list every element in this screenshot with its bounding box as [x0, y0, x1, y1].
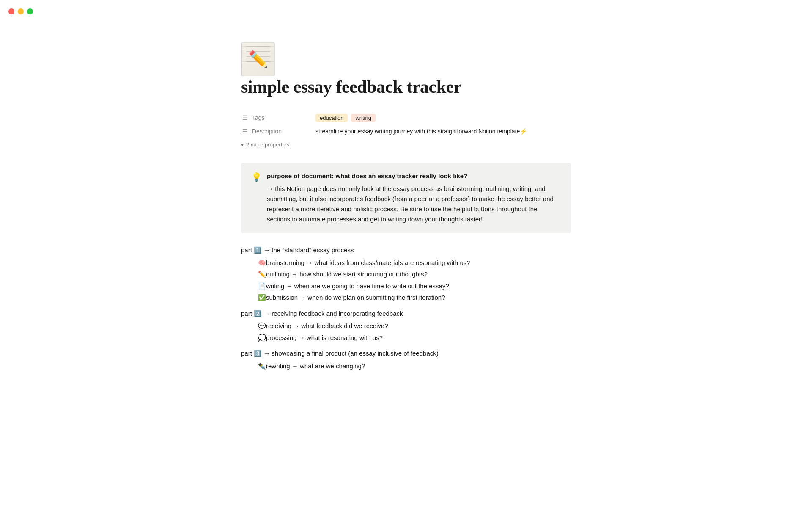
page-content: ✏️ simple essay feedback tracker ☰ Tags … — [216, 0, 596, 398]
traffic-light-red[interactable] — [8, 8, 14, 14]
lightbulb-icon: 💡 — [251, 172, 262, 182]
traffic-lights — [8, 8, 33, 14]
page-title: simple essay feedback tracker — [241, 76, 571, 97]
sub-item: 💬receiving → what feedback did we receiv… — [241, 320, 571, 331]
description-property-icon: ☰ — [241, 128, 249, 135]
sub-item: ✅submission → when do we plan on submitt… — [241, 292, 571, 303]
part-header: part 1️⃣ → the "standard" essay process — [241, 245, 571, 256]
tags-property-value: education writing — [315, 114, 376, 122]
sub-item: 💭processing → what is resonating with us… — [241, 332, 571, 343]
pencil-emoji: ✏️ — [248, 50, 268, 69]
sub-item: ✏️outlining → how should we start struct… — [241, 269, 571, 280]
callout-content: purpose of document: what does an essay … — [267, 171, 561, 224]
tag-writing[interactable]: writing — [351, 114, 376, 122]
tags-property-label: Tags — [252, 114, 315, 121]
callout-box: 💡 purpose of document: what does an essa… — [241, 163, 571, 233]
description-text: streamline your essay writing journey wi… — [315, 128, 527, 135]
traffic-light-yellow[interactable] — [18, 8, 24, 14]
part-header: part 2️⃣ → receiving feedback and incorp… — [241, 308, 571, 319]
tags-property-row: ☰ Tags education writing — [241, 111, 571, 124]
description-property-value: streamline your essay writing journey wi… — [315, 128, 527, 135]
body-content: part 1️⃣ → the "standard" essay process🧠… — [241, 245, 571, 371]
tag-education[interactable]: education — [315, 114, 348, 122]
more-properties-label: 2 more properties — [246, 141, 289, 148]
page-icon: ✏️ — [241, 42, 275, 76]
tags-property-icon: ☰ — [241, 114, 249, 121]
more-properties-toggle[interactable]: ▾ 2 more properties — [241, 140, 571, 149]
callout-title: purpose of document: what does an essay … — [267, 171, 561, 180]
description-property-row: ☰ Description streamline your essay writ… — [241, 124, 571, 138]
sub-item: 🧠brainstorming → what ideas from class/m… — [241, 257, 571, 268]
part-header: part 3️⃣ → showcasing a final product (a… — [241, 348, 571, 359]
properties-section: ☰ Tags education writing ☰ Description s… — [241, 111, 571, 149]
sub-item: 📄writing → when are we going to have tim… — [241, 281, 571, 292]
callout-body: → this Notion page does not only look at… — [267, 184, 561, 224]
description-property-label: Description — [252, 128, 315, 135]
sub-item: ✒️rewriting → what are we changing? — [241, 361, 571, 372]
chevron-down-icon: ▾ — [241, 142, 244, 148]
traffic-light-green[interactable] — [27, 8, 33, 14]
